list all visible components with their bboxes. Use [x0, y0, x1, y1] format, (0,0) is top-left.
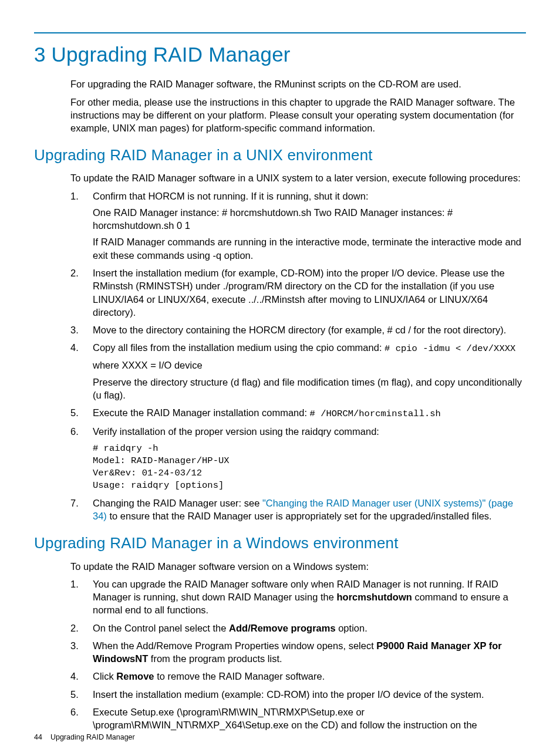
- step-text: Changing the RAID Manager user: see: [93, 498, 262, 508]
- step-sub: where XXXX = I/O device: [93, 359, 526, 372]
- windows-step-5: Insert the installation medium (example:…: [70, 688, 526, 701]
- windows-step-3: When the Add/Remove Program Properties w…: [70, 639, 526, 666]
- page-footer: 44Upgrading RAID Manager: [34, 733, 135, 742]
- windows-step-1: You can upgrade the RAID Manager softwar…: [70, 578, 526, 617]
- unix-step-4: Copy all files from the installation med…: [70, 341, 526, 401]
- unix-step-7: Changing the RAID Manager user: see "Cha…: [70, 497, 526, 523]
- step-sub: One RAID Manager instance: # horcmshutdo…: [93, 206, 526, 232]
- intro-paragraph-2: For other media, please use the instruct…: [70, 96, 526, 135]
- step-text-tail: from the program products list.: [148, 653, 282, 664]
- windows-intro: To update the RAID Manager software vers…: [70, 560, 526, 573]
- windows-steps-list: You can upgrade the RAID Manager softwar…: [70, 578, 526, 732]
- bold-term: Add/Remove programs: [229, 623, 336, 633]
- page-number: 44: [34, 733, 42, 741]
- bold-term: horcmshutdown: [336, 592, 411, 602]
- step-text: Confirm that HORCM is not running. If it…: [93, 191, 369, 201]
- step-text-tail: option.: [336, 623, 367, 633]
- bold-term: Remove: [116, 671, 154, 681]
- section-heading-unix: Upgrading RAID Manager in a UNIX environ…: [34, 145, 526, 166]
- code-block: # raidqry -h Model: RAID-Manager/HP-UX V…: [93, 443, 526, 492]
- unix-intro: To update the RAID Manager software in a…: [70, 171, 526, 184]
- unix-step-3: Move to the directory containing the HOR…: [70, 323, 526, 336]
- step-text: Execute the RAID Manager installation co…: [93, 407, 310, 418]
- inline-code: # /HORCM/horcminstall.sh: [310, 409, 441, 419]
- step-text: Copy all files from the installation med…: [93, 342, 384, 353]
- step-sub: Preserve the directory structure (d flag…: [93, 376, 526, 402]
- step-sub: If RAID Manager commands are running in …: [93, 235, 526, 262]
- step-text-tail: to ensure that the RAID Manager user is …: [107, 511, 492, 521]
- windows-step-2: On the Control panel select the Add/Remo…: [70, 622, 526, 634]
- step-text: Verify installation of the proper versio…: [93, 426, 379, 437]
- intro-paragraph-1: For upgrading the RAID Manager software,…: [70, 77, 526, 90]
- chapter-title: 3 Upgrading RAID Manager: [34, 40, 526, 68]
- section-heading-windows: Upgrading RAID Manager in a Windows envi…: [34, 533, 526, 553]
- footer-section: Upgrading RAID Manager: [50, 733, 135, 741]
- step-text-tail: to remove the RAID Manager software.: [154, 671, 325, 681]
- windows-step-6: Execute Setup.exe (\program\RM\WIN_NT\RM…: [70, 706, 526, 732]
- unix-step-2: Insert the installation medium (for exam…: [70, 266, 526, 319]
- unix-step-5: Execute the RAID Manager installation co…: [70, 406, 526, 420]
- step-text: Click: [93, 671, 116, 681]
- step-text: When the Add/Remove Program Properties w…: [93, 640, 376, 651]
- inline-code: # cpio -idmu < /dev/XXXX: [384, 343, 515, 354]
- windows-step-4: Click Remove to remove the RAID Manager …: [70, 670, 526, 683]
- unix-step-1: Confirm that HORCM is not running. If it…: [70, 190, 526, 262]
- unix-steps-list: Confirm that HORCM is not running. If it…: [70, 190, 526, 523]
- unix-step-6: Verify installation of the proper versio…: [70, 425, 526, 492]
- step-text: On the Control panel select the: [93, 623, 229, 633]
